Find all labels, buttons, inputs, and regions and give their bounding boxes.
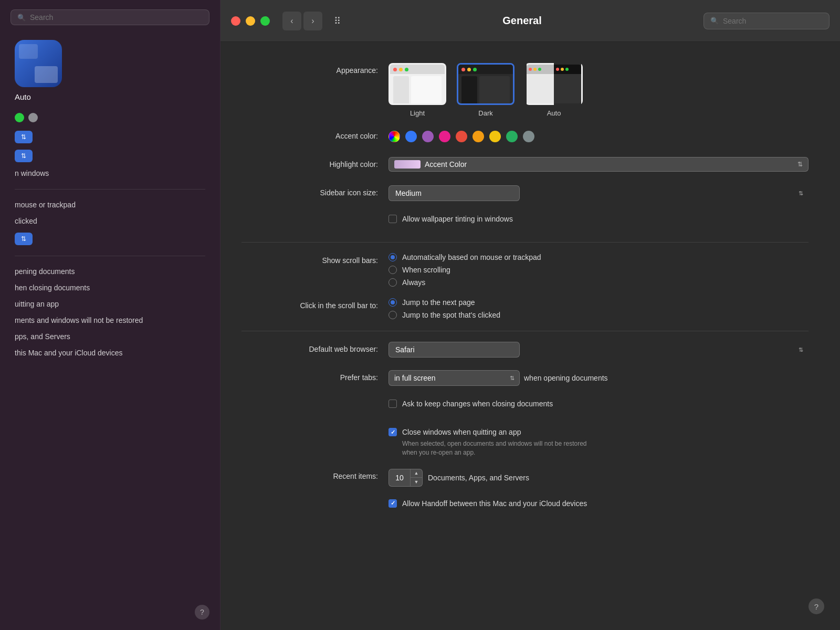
appearance-dark[interactable]: Dark <box>457 63 514 117</box>
dark-dot-yellow <box>467 68 471 71</box>
light-sidebar <box>393 76 409 105</box>
titlebar-search-input[interactable] <box>723 17 823 25</box>
appearance-label: Appearance: <box>242 63 388 76</box>
sidebar-icon-size-wrapper: Small Medium Large ⇅ <box>388 185 808 201</box>
grid-icon[interactable]: ⠿ <box>334 15 341 27</box>
click-next-page-radio[interactable] <box>388 298 397 307</box>
accent-blue[interactable] <box>405 131 417 142</box>
highlight-color-select[interactable]: Accent Color ⇅ <box>388 157 808 172</box>
app-icon <box>15 40 62 87</box>
sidebar-divider-2 <box>15 256 205 256</box>
accent-orange[interactable] <box>472 131 484 142</box>
appearance-auto-label: Auto <box>547 109 561 117</box>
prefer-tabs-select[interactable]: always in full screen never <box>388 370 520 386</box>
accent-pink[interactable] <box>439 131 450 142</box>
sidebar-size-chevron-icon: ⇅ <box>799 190 803 197</box>
sidebar-item-icloud: this Mac and your iCloud devices <box>15 348 220 359</box>
dark-dot-red <box>461 68 465 71</box>
auto-dot-r <box>529 68 532 71</box>
stepper-down-button[interactable]: ▼ <box>411 478 422 486</box>
sidebar-divider-1 <box>15 189 205 190</box>
auto-dot-g <box>538 68 541 71</box>
accent-color-control <box>388 129 808 142</box>
sidebar-dropdown-3[interactable]: ⇅ <box>15 233 33 245</box>
titlebar-search-box[interactable]: 🔍 <box>704 13 830 29</box>
sidebar-dropdown-2[interactable]: ⇅ <box>15 150 33 162</box>
back-button[interactable]: ‹ <box>282 12 301 30</box>
appearance-auto[interactable]: Auto <box>525 63 583 117</box>
sidebar-item-mouse: mouse or trackpad <box>15 200 220 211</box>
recent-items-stepper: 10 ▲ ▼ <box>388 469 423 487</box>
dot-green <box>15 113 24 122</box>
accent-green[interactable] <box>506 131 518 142</box>
sidebar-search-box[interactable]: 🔍 <box>10 9 209 25</box>
accent-graphite[interactable] <box>523 131 534 142</box>
dark-content <box>458 74 513 105</box>
sidebar-app-label: Auto <box>15 92 220 101</box>
highlight-color-control: Accent Color ⇅ <box>388 157 808 172</box>
traffic-light-maximize[interactable] <box>260 16 270 26</box>
show-scroll-bars-label: Show scroll bars: <box>242 253 388 266</box>
dark-dot-green <box>473 68 477 71</box>
ask-keep-changes-label <box>242 398 388 401</box>
sidebar-item-not-restored: ments and windows will not be restored <box>15 315 220 326</box>
ask-keep-changes-control: Ask to keep changes when closing documen… <box>388 398 808 410</box>
allow-handoff-checkbox-row: Allow Handoff between this Mac and your … <box>388 498 808 509</box>
ask-keep-changes-row: Ask to keep changes when closing documen… <box>242 398 808 415</box>
recent-items-control: 10 ▲ ▼ Documents, Apps, and Servers <box>388 469 808 487</box>
appearance-light[interactable]: Light <box>388 63 446 117</box>
scroll-auto-label: Automatically based on mouse or trackpad <box>402 253 541 261</box>
default-browser-row: Default web browser: Safari Chrome Firef… <box>242 342 808 359</box>
forward-button[interactable]: › <box>303 12 322 30</box>
allow-handoff-label <box>242 498 388 500</box>
accent-red[interactable] <box>456 131 467 142</box>
sidebar-item-windows: n windows <box>15 168 220 179</box>
ask-keep-text: Ask to keep changes when closing documen… <box>402 398 553 410</box>
stepper-controls: ▲ ▼ <box>410 469 422 486</box>
light-titlebar <box>390 65 445 74</box>
allow-handoff-text: Allow Handoff between this Mac and your … <box>402 498 587 509</box>
sidebar-icon-size-select[interactable]: Small Medium Large <box>388 185 520 201</box>
close-windows-checkbox[interactable] <box>388 428 397 436</box>
sidebar-search-input[interactable] <box>30 13 203 22</box>
close-windows-control: Close windows when quitting an app When … <box>388 427 808 457</box>
click-spot-label: Jump to the spot that's clicked <box>402 311 500 319</box>
wallpaper-checkbox[interactable] <box>388 215 397 223</box>
scroll-when-scrolling-row: When scrolling <box>388 266 808 274</box>
scroll-auto-radio[interactable] <box>388 253 397 261</box>
dot-row <box>15 113 220 122</box>
scroll-always-radio[interactable] <box>388 278 397 287</box>
ask-keep-checkbox[interactable] <box>388 400 397 408</box>
auto-dot-y <box>533 68 537 71</box>
wallpaper-tinting-text: Allow wallpaper tinting in windows <box>402 214 513 225</box>
sidebar-content: Auto ⇅ ⇅ n windows mouse or trackpad cli… <box>0 35 220 361</box>
wallpaper-tinting-row: Allow wallpaper tinting in windows <box>242 214 808 230</box>
accent-multicolor[interactable] <box>388 131 400 142</box>
main-help-button[interactable]: ? <box>808 598 824 614</box>
click-next-page-label: Jump to the next page <box>402 298 475 307</box>
highlight-color-preview <box>394 160 421 169</box>
show-scroll-bars-row: Show scroll bars: Automatically based on… <box>242 253 808 287</box>
click-next-page-row: Jump to the next page <box>388 298 808 307</box>
click-spot-radio[interactable] <box>388 311 397 319</box>
scroll-always-row: Always <box>388 278 808 287</box>
nav-arrows: ‹ › <box>282 12 322 30</box>
allow-handoff-checkbox[interactable] <box>388 499 397 508</box>
default-browser-select[interactable]: Safari Chrome Firefox <box>388 342 520 358</box>
titlebar: ‹ › ⠿ General 🔍 <box>220 0 840 42</box>
recent-items-stepper-wrapper: 10 ▲ ▼ Documents, Apps, and Servers <box>388 469 808 487</box>
sidebar-help-button[interactable]: ? <box>195 605 209 620</box>
appearance-options: Light <box>388 63 808 117</box>
traffic-light-minimize[interactable] <box>246 16 255 26</box>
accent-color-row: Accent color: <box>242 129 808 145</box>
sidebar-icon-size-row: Sidebar icon size: Small Medium Large ⇅ <box>242 185 808 202</box>
accent-yellow[interactable] <box>489 131 501 142</box>
sidebar: 🔍 Auto ⇅ ⇅ n windows mouse or trackpad <box>0 0 220 630</box>
scroll-when-radio[interactable] <box>388 266 397 274</box>
traffic-light-close[interactable] <box>231 16 240 26</box>
scroll-always-label: Always <box>402 278 425 287</box>
accent-purple[interactable] <box>422 131 434 142</box>
sidebar-dropdown-1[interactable]: ⇅ <box>15 131 33 143</box>
dark-titlebar <box>458 65 513 74</box>
stepper-up-button[interactable]: ▲ <box>411 469 422 478</box>
